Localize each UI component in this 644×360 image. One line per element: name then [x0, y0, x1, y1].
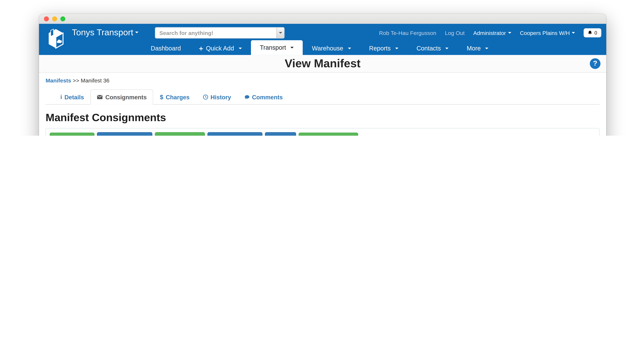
download-icon: [160, 135, 165, 136]
role-menu[interactable]: Administrator: [473, 30, 511, 36]
info-icon: i: [60, 94, 62, 100]
update-status-button[interactable]: Update Status: [298, 132, 358, 136]
maximize-window-icon[interactable]: [60, 16, 65, 21]
search-dropdown-button[interactable]: [276, 27, 284, 38]
nav-item-label: Dashboard: [151, 42, 181, 55]
nav-item-label: More: [467, 42, 481, 55]
logout-link[interactable]: Log Out: [445, 30, 464, 36]
chevron-down-icon: [279, 32, 282, 34]
chevron-down-icon: [508, 32, 511, 34]
page-header: View Manifest ?: [39, 55, 606, 73]
group-together-button[interactable]: Group Together: [208, 132, 262, 136]
chevron-down-icon: [572, 32, 575, 34]
notifications-button[interactable]: 0: [584, 28, 601, 37]
tab-history[interactable]: History: [196, 89, 238, 105]
tab-charges[interactable]: $Charges: [153, 89, 196, 105]
nav-item-label: Reports: [369, 42, 390, 55]
brand-title: Tonys Transport: [72, 27, 133, 37]
global-search: [155, 27, 284, 38]
button-label: Switch Manifest: [110, 135, 148, 136]
breadcrumb-separator: >>: [73, 77, 79, 84]
nav-item-label: Contacts: [416, 42, 441, 55]
nav-item-reports[interactable]: Reports: [360, 42, 408, 55]
chevron-down-icon: [290, 47, 294, 48]
breadcrumb-link-manifests[interactable]: Manifests: [46, 77, 71, 84]
top-navbar: Tonys Transport Rob Te-Hau Fergusson Log…: [39, 24, 606, 55]
nav-item-quick-add[interactable]: Quick Add: [190, 42, 251, 55]
tab-label: Charges: [166, 94, 190, 100]
global-search-input[interactable]: [155, 27, 284, 38]
bell-icon: [588, 30, 592, 35]
screen: Tonys Transport Rob Te-Hau Fergusson Log…: [0, 0, 644, 136]
arrows-icon: [102, 135, 107, 136]
nav-item-warehouse[interactable]: Warehouse: [303, 42, 360, 55]
chevron-down-icon: [395, 48, 398, 49]
help-icon[interactable]: ?: [590, 58, 600, 69]
comment-icon: [244, 95, 250, 100]
arrows-icon: [270, 135, 275, 136]
button-label: Mark All: [62, 135, 82, 136]
manifest-tabs: iDetailsConsignments$ChargesHistoryComme…: [46, 89, 600, 105]
nav-item-transport[interactable]: Transport: [251, 40, 303, 55]
tab-details[interactable]: iDetails: [54, 89, 90, 105]
brand-menu[interactable]: Tonys Transport: [72, 27, 138, 37]
chevron-down-icon: [446, 48, 449, 49]
nav-item-dashboard[interactable]: Dashboard: [142, 42, 190, 55]
button-label: Update Status: [311, 135, 345, 136]
nav-item-label: Warehouse: [312, 42, 343, 55]
move-button[interactable]: Move: [265, 132, 296, 136]
notification-count: 0: [594, 30, 597, 36]
chevron-down-icon: [348, 48, 351, 49]
tab-label: Consignments: [105, 94, 146, 100]
tab-label: Details: [64, 94, 84, 100]
window-titlebar: [39, 14, 606, 24]
section-heading: Manifest Consignments: [46, 111, 600, 124]
tab-label: Comments: [252, 94, 283, 100]
plus-icon: [199, 46, 204, 50]
nav-item-label: Quick Add: [206, 42, 234, 55]
minimize-window-icon[interactable]: [52, 16, 57, 21]
clock-icon: [203, 94, 208, 100]
current-user[interactable]: Rob Te-Hau Fergusson: [379, 30, 436, 36]
warehouse-menu[interactable]: Coopers Plains W/H: [520, 30, 575, 36]
breadcrumb-current: Manifest 36: [81, 77, 110, 84]
nav-item-label: Transport: [260, 40, 286, 55]
app-logo[interactable]: [43, 27, 68, 54]
button-label: Move: [278, 135, 291, 136]
page-content: Manifests >> Manifest 36 iDetailsConsign…: [39, 73, 606, 136]
link-icon: [212, 135, 218, 136]
mark-all-button[interactable]: Mark All: [50, 132, 94, 136]
tab-consignments[interactable]: Consignments: [90, 89, 153, 105]
chevron-down-icon: [135, 31, 138, 33]
dollar-icon: $: [160, 94, 163, 101]
close-window-icon[interactable]: [44, 16, 49, 21]
browser-window: Tonys Transport Rob Te-Hau Fergusson Log…: [39, 14, 606, 136]
page-title: View Manifest: [39, 55, 606, 72]
chevron-down-icon: [485, 48, 488, 49]
button-label: Group Together: [220, 135, 258, 136]
navbar-links: Rob Te-Hau Fergusson Log Out Administrat…: [379, 24, 601, 42]
envelope-icon: [97, 95, 103, 99]
nav-menu: DashboardQuick AddTransportWarehouseRepo…: [39, 42, 606, 55]
switch-manifest-button[interactable]: Switch Manifest: [97, 132, 152, 136]
nav-item-more[interactable]: More: [458, 42, 498, 55]
download-button[interactable]: Download: [155, 132, 205, 136]
nav-item-contacts[interactable]: Contacts: [408, 42, 458, 55]
breadcrumb: Manifests >> Manifest 36: [46, 73, 600, 84]
chevron-down-icon: [238, 48, 242, 49]
actions-panel: Mark AllSwitch ManifestDownloadGroup Tog…: [46, 128, 600, 136]
tab-label: History: [210, 94, 231, 100]
tab-comments[interactable]: Comments: [238, 89, 289, 105]
brand-row: Tonys Transport Rob Te-Hau Fergusson Log…: [39, 24, 606, 42]
button-label: Download: [168, 135, 192, 136]
